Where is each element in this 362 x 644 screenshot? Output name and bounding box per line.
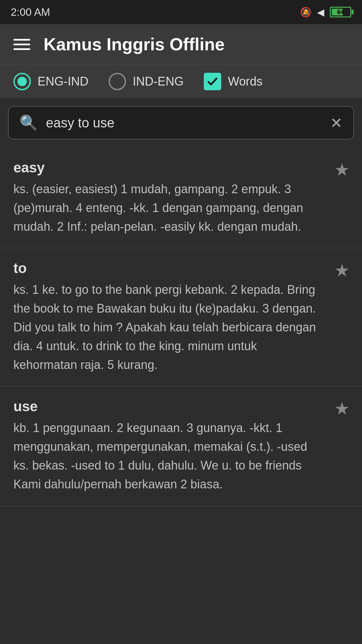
filter-eng-ind-label: ENG-IND xyxy=(38,74,88,89)
result-word-use: use xyxy=(13,398,349,415)
filter-eng-ind[interactable]: ENG-IND xyxy=(13,73,88,90)
checkbox-words[interactable] xyxy=(204,73,221,90)
filter-words[interactable]: Words xyxy=(204,73,262,90)
star-button-use[interactable]: ★ xyxy=(334,398,350,419)
star-button-easy[interactable]: ★ xyxy=(334,160,350,180)
clear-icon[interactable]: ✕ xyxy=(330,114,343,131)
filter-bar: ENG-IND IND-ENG Words xyxy=(0,64,362,98)
radio-eng-ind[interactable] xyxy=(13,73,31,90)
check-icon xyxy=(206,75,219,88)
result-item-use: use kb. 1 penggunaan. 2 kegunaan. 3 guna… xyxy=(0,386,362,506)
result-definition-use: kb. 1 penggunaan. 2 kegunaan. 3 gunanya.… xyxy=(13,419,349,493)
mute-icon: 🔕 xyxy=(300,7,312,18)
filter-ind-eng-label: IND-ENG xyxy=(133,74,184,89)
hamburger-menu-button[interactable] xyxy=(13,39,30,50)
search-container: 🔍 ✕ xyxy=(0,98,362,148)
radio-ind-eng[interactable] xyxy=(109,73,126,90)
filter-ind-eng[interactable]: IND-ENG xyxy=(109,73,184,90)
status-time: 2:00 AM xyxy=(11,6,50,18)
search-input[interactable] xyxy=(46,115,322,130)
battery-level: 64 xyxy=(331,9,350,16)
app-bar: Kamus Inggris Offline xyxy=(0,24,362,64)
battery-icon: 64 xyxy=(330,7,351,17)
search-icon: 🔍 xyxy=(19,115,38,130)
arrow-icon: ◀ xyxy=(317,7,324,18)
result-item-easy: easy ks. (easier, easiest) 1 mudah, gamp… xyxy=(0,148,362,248)
app-title: Kamus Inggris Offline xyxy=(44,34,225,54)
results-list: easy ks. (easier, easiest) 1 mudah, gamp… xyxy=(0,148,362,506)
status-bar: 2:00 AM 🔕 ◀ 64 xyxy=(0,0,362,24)
result-item-to: to ks. 1 ke. to go to the bank pergi keb… xyxy=(0,248,362,386)
result-definition-easy: ks. (easier, easiest) 1 mudah, gampang. … xyxy=(13,180,349,236)
result-definition-to: ks. 1 ke. to go to the bank pergi kebank… xyxy=(13,280,349,374)
result-word-to: to xyxy=(13,260,349,276)
status-icons: 🔕 ◀ 64 xyxy=(300,7,351,18)
filter-words-label: Words xyxy=(228,74,262,89)
search-box: 🔍 ✕ xyxy=(8,106,354,140)
star-button-to[interactable]: ★ xyxy=(334,260,350,280)
result-word-easy: easy xyxy=(13,160,349,176)
